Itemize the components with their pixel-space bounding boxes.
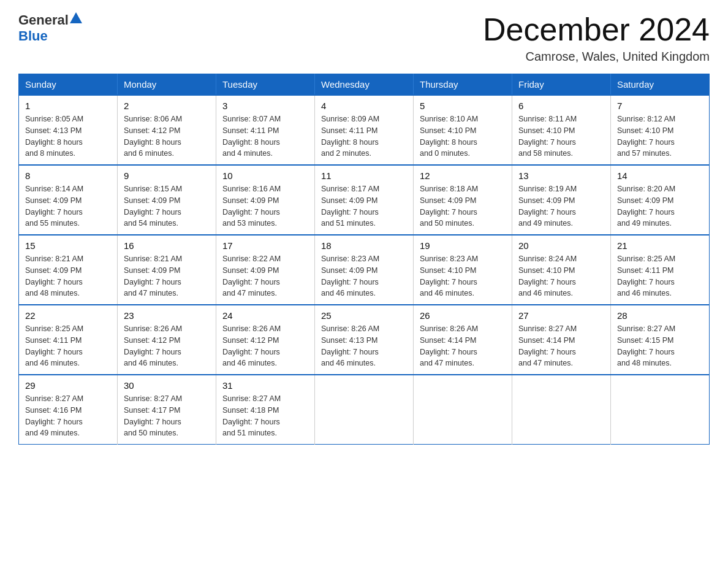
calendar-cell: 30 Sunrise: 8:27 AM Sunset: 4:17 PM Dayl… — [118, 375, 216, 445]
calendar-cell — [315, 375, 414, 445]
day-number: 30 — [124, 380, 210, 391]
logo: General Blue — [18, 12, 82, 44]
weekday-header-row: Sunday Monday Tuesday Wednesday Thursday… — [19, 74, 710, 96]
calendar-cell: 5 Sunrise: 8:10 AM Sunset: 4:10 PM Dayli… — [414, 95, 512, 165]
day-number: 9 — [124, 170, 210, 181]
day-info: Sunrise: 8:27 AM Sunset: 4:15 PM Dayligh… — [617, 323, 703, 369]
day-number: 2 — [124, 101, 210, 111]
month-title: December 2024 — [483, 12, 710, 47]
day-number: 31 — [222, 380, 308, 391]
calendar-cell: 27 Sunrise: 8:27 AM Sunset: 4:14 PM Dayl… — [512, 305, 611, 375]
day-number: 23 — [124, 310, 210, 321]
header-wednesday: Wednesday — [315, 74, 414, 96]
day-info: Sunrise: 8:27 AM Sunset: 4:17 PM Dayligh… — [124, 393, 210, 439]
day-info: Sunrise: 8:25 AM Sunset: 4:11 PM Dayligh… — [25, 323, 111, 369]
calendar-cell: 19 Sunrise: 8:23 AM Sunset: 4:10 PM Dayl… — [414, 235, 512, 305]
header-tuesday: Tuesday — [216, 74, 315, 96]
logo-blue-text: Blue — [18, 28, 48, 44]
calendar-cell — [512, 375, 611, 445]
calendar-cell: 12 Sunrise: 8:18 AM Sunset: 4:09 PM Dayl… — [414, 165, 512, 235]
header-monday: Monday — [118, 74, 216, 96]
calendar-cell: 20 Sunrise: 8:24 AM Sunset: 4:10 PM Dayl… — [512, 235, 611, 305]
day-info: Sunrise: 8:06 AM Sunset: 4:12 PM Dayligh… — [124, 113, 210, 159]
day-info: Sunrise: 8:15 AM Sunset: 4:09 PM Dayligh… — [124, 183, 210, 229]
day-number: 20 — [518, 240, 604, 251]
header-sunday: Sunday — [19, 74, 118, 96]
calendar-cell: 6 Sunrise: 8:11 AM Sunset: 4:10 PM Dayli… — [512, 95, 611, 165]
calendar-week-row: 22 Sunrise: 8:25 AM Sunset: 4:11 PM Dayl… — [19, 305, 710, 375]
day-info: Sunrise: 8:27 AM Sunset: 4:18 PM Dayligh… — [222, 393, 308, 439]
day-info: Sunrise: 8:26 AM Sunset: 4:14 PM Dayligh… — [420, 323, 506, 369]
day-number: 5 — [420, 101, 506, 111]
calendar-week-row: 29 Sunrise: 8:27 AM Sunset: 4:16 PM Dayl… — [19, 375, 710, 445]
day-info: Sunrise: 8:24 AM Sunset: 4:10 PM Dayligh… — [518, 253, 604, 299]
logo-triangle-icon — [70, 12, 82, 23]
day-number: 10 — [222, 170, 308, 181]
calendar-cell: 28 Sunrise: 8:27 AM Sunset: 4:15 PM Dayl… — [611, 305, 710, 375]
calendar-week-row: 8 Sunrise: 8:14 AM Sunset: 4:09 PM Dayli… — [19, 165, 710, 235]
day-number: 8 — [25, 170, 111, 181]
day-number: 27 — [518, 310, 604, 321]
day-info: Sunrise: 8:23 AM Sunset: 4:09 PM Dayligh… — [321, 253, 407, 299]
day-info: Sunrise: 8:26 AM Sunset: 4:13 PM Dayligh… — [321, 323, 407, 369]
day-number: 28 — [617, 310, 703, 321]
calendar-cell: 25 Sunrise: 8:26 AM Sunset: 4:13 PM Dayl… — [315, 305, 414, 375]
day-number: 13 — [518, 170, 604, 181]
location-title: Camrose, Wales, United Kingdom — [483, 50, 710, 64]
day-info: Sunrise: 8:09 AM Sunset: 4:11 PM Dayligh… — [321, 113, 407, 159]
day-info: Sunrise: 8:25 AM Sunset: 4:11 PM Dayligh… — [617, 253, 703, 299]
day-number: 6 — [518, 101, 604, 111]
day-info: Sunrise: 8:17 AM Sunset: 4:09 PM Dayligh… — [321, 183, 407, 229]
day-number: 12 — [420, 170, 506, 181]
calendar-body: 1 Sunrise: 8:05 AM Sunset: 4:13 PM Dayli… — [19, 95, 710, 445]
day-info: Sunrise: 8:27 AM Sunset: 4:16 PM Dayligh… — [25, 393, 111, 439]
calendar-table: Sunday Monday Tuesday Wednesday Thursday… — [18, 74, 710, 445]
day-number: 16 — [124, 240, 210, 251]
calendar-cell: 26 Sunrise: 8:26 AM Sunset: 4:14 PM Dayl… — [414, 305, 512, 375]
calendar-header: Sunday Monday Tuesday Wednesday Thursday… — [19, 74, 710, 96]
day-number: 29 — [25, 380, 111, 391]
day-number: 15 — [25, 240, 111, 251]
calendar-cell: 21 Sunrise: 8:25 AM Sunset: 4:11 PM Dayl… — [611, 235, 710, 305]
day-info: Sunrise: 8:27 AM Sunset: 4:14 PM Dayligh… — [518, 323, 604, 369]
header-saturday: Saturday — [611, 74, 710, 96]
calendar-cell — [611, 375, 710, 445]
calendar-cell: 8 Sunrise: 8:14 AM Sunset: 4:09 PM Dayli… — [19, 165, 118, 235]
day-number: 3 — [222, 101, 308, 111]
day-info: Sunrise: 8:11 AM Sunset: 4:10 PM Dayligh… — [518, 113, 604, 159]
day-info: Sunrise: 8:19 AM Sunset: 4:09 PM Dayligh… — [518, 183, 604, 229]
day-number: 14 — [617, 170, 703, 181]
calendar-cell: 2 Sunrise: 8:06 AM Sunset: 4:12 PM Dayli… — [118, 95, 216, 165]
day-number: 24 — [222, 310, 308, 321]
calendar-cell: 23 Sunrise: 8:26 AM Sunset: 4:12 PM Dayl… — [118, 305, 216, 375]
day-number: 19 — [420, 240, 506, 251]
title-section: December 2024 Camrose, Wales, United Kin… — [483, 12, 710, 64]
header-thursday: Thursday — [414, 74, 512, 96]
calendar-cell: 14 Sunrise: 8:20 AM Sunset: 4:09 PM Dayl… — [611, 165, 710, 235]
calendar-cell: 7 Sunrise: 8:12 AM Sunset: 4:10 PM Dayli… — [611, 95, 710, 165]
calendar-cell: 10 Sunrise: 8:16 AM Sunset: 4:09 PM Dayl… — [216, 165, 315, 235]
calendar-cell: 4 Sunrise: 8:09 AM Sunset: 4:11 PM Dayli… — [315, 95, 414, 165]
calendar-cell: 13 Sunrise: 8:19 AM Sunset: 4:09 PM Dayl… — [512, 165, 611, 235]
day-number: 21 — [617, 240, 703, 251]
day-number: 11 — [321, 170, 407, 181]
day-number: 18 — [321, 240, 407, 251]
calendar-cell: 9 Sunrise: 8:15 AM Sunset: 4:09 PM Dayli… — [118, 165, 216, 235]
calendar-cell: 18 Sunrise: 8:23 AM Sunset: 4:09 PM Dayl… — [315, 235, 414, 305]
day-number: 17 — [222, 240, 308, 251]
svg-marker-0 — [70, 12, 82, 23]
calendar-cell: 29 Sunrise: 8:27 AM Sunset: 4:16 PM Dayl… — [19, 375, 118, 445]
calendar-cell: 17 Sunrise: 8:22 AM Sunset: 4:09 PM Dayl… — [216, 235, 315, 305]
day-info: Sunrise: 8:12 AM Sunset: 4:10 PM Dayligh… — [617, 113, 703, 159]
day-info: Sunrise: 8:26 AM Sunset: 4:12 PM Dayligh… — [124, 323, 210, 369]
calendar-cell: 31 Sunrise: 8:27 AM Sunset: 4:18 PM Dayl… — [216, 375, 315, 445]
day-number: 4 — [321, 101, 407, 111]
day-info: Sunrise: 8:26 AM Sunset: 4:12 PM Dayligh… — [222, 323, 308, 369]
day-info: Sunrise: 8:21 AM Sunset: 4:09 PM Dayligh… — [124, 253, 210, 299]
calendar-cell: 24 Sunrise: 8:26 AM Sunset: 4:12 PM Dayl… — [216, 305, 315, 375]
day-info: Sunrise: 8:16 AM Sunset: 4:09 PM Dayligh… — [222, 183, 308, 229]
day-info: Sunrise: 8:07 AM Sunset: 4:11 PM Dayligh… — [222, 113, 308, 159]
logo-general-text: General — [18, 12, 69, 28]
day-info: Sunrise: 8:10 AM Sunset: 4:10 PM Dayligh… — [420, 113, 506, 159]
day-number: 1 — [25, 101, 111, 111]
